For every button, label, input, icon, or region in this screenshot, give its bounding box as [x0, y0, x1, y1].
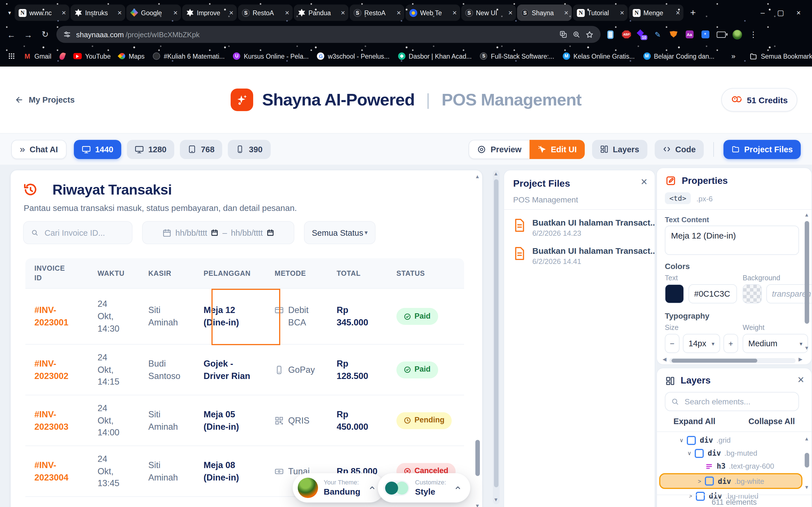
url-bar[interactable]: shaynaaa.com/project/wIBcXMbZKpk [56, 26, 600, 43]
date-to-value[interactable]: hh/bb/tttt [231, 228, 263, 237]
layers-button[interactable]: Layers [592, 139, 647, 159]
hscrollbar-thumb[interactable] [672, 359, 757, 362]
font-weight-select[interactable]: Medium▾ [743, 334, 808, 353]
bookmark-kursus[interactable]: UKursus Online - Pela... [233, 52, 309, 60]
layers-search-field[interactable] [665, 392, 799, 411]
font-extension-icon[interactable]: Aa [685, 31, 693, 38]
tab-close-icon[interactable]: × [507, 8, 514, 17]
close-icon[interactable]: × [641, 175, 647, 188]
maximize-button[interactable]: ▢ [777, 8, 784, 17]
chevron-up-icon[interactable] [368, 484, 376, 492]
forward-icon[interactable]: → [22, 30, 34, 39]
canvas-scroll-up-icon[interactable]: ▲ [475, 174, 480, 179]
bookmark-fullstack[interactable]: SFull-Stack Software:... [480, 52, 554, 60]
date-picker-icon[interactable] [267, 229, 274, 236]
font-size-increase-button[interactable]: + [723, 334, 738, 353]
layer-node[interactable]: ∨div.grid [657, 434, 804, 447]
tab-close-icon[interactable]: × [340, 8, 346, 17]
tab-close-icon[interactable]: × [563, 8, 570, 17]
font-size-select[interactable]: 14px▾ [683, 334, 720, 353]
browser-tab[interactable]: Instruks× [70, 4, 125, 21]
preview-button[interactable]: Preview [469, 139, 529, 159]
chevron-up-icon[interactable] [454, 484, 462, 492]
text-color-swatch[interactable] [665, 284, 684, 303]
viewport-390-button[interactable]: 390 [228, 139, 270, 159]
browser-tab[interactable]: SNew UI× [461, 4, 516, 21]
browser-tab[interactable]: Pandua× [294, 4, 348, 21]
browser-tab[interactable]: Web Te× [405, 4, 460, 21]
new-tab-button[interactable]: + [685, 7, 701, 18]
project-files-button[interactable]: Project Files [723, 139, 801, 159]
tab-close-icon[interactable]: × [172, 8, 179, 17]
edit-ui-button[interactable]: Edit UI [529, 139, 585, 159]
bookmark-kuliah[interactable]: #Kuliah 6 Matemati... [153, 52, 225, 60]
page-scroll-up-icon[interactable]: ▲ [494, 171, 499, 176]
customize-pill[interactable]: Customize:Style [378, 473, 470, 503]
minimize-button[interactable]: – [761, 8, 765, 17]
browser-tab[interactable]: Improve× [182, 4, 237, 21]
invoice-search-field[interactable] [23, 221, 132, 244]
layers-search-input[interactable] [684, 396, 781, 407]
page-scroll-down-icon[interactable]: ▼ [494, 497, 499, 503]
tab-search-icon[interactable]: ▾ [4, 10, 15, 16]
vscroll-up-icon[interactable]: ▲ [804, 212, 809, 218]
tab-close-icon[interactable]: × [451, 8, 458, 17]
viewport-1280-button[interactable]: 1280 [127, 139, 175, 159]
canvas-scrollbar-thumb[interactable] [475, 440, 480, 476]
bookmark-w3school[interactable]: Gw3school - Penelus... [317, 52, 390, 60]
bookmark-maps[interactable]: Maps [119, 53, 144, 59]
layer-node[interactable]: h3.text-gray-600 [657, 460, 804, 472]
chevron-down-icon[interactable]: ∨ [677, 437, 686, 443]
status-filter-select[interactable]: Semua Status▾ [304, 221, 375, 244]
wallet-extension-icon[interactable]: 10 [638, 30, 646, 39]
invoice-search-input[interactable] [44, 228, 125, 238]
tab-close-icon[interactable]: × [619, 8, 625, 17]
date-picker-icon[interactable] [211, 229, 219, 236]
all-bookmarks[interactable]: Semua Bookmark [749, 52, 812, 60]
tab-close-icon[interactable]: × [396, 8, 402, 17]
close-icon[interactable]: × [798, 373, 804, 386]
tree-scroll-down-icon[interactable]: ▼ [804, 485, 809, 490]
chat-ai-button[interactable]: »Chat AI [11, 139, 66, 159]
tab-close-icon[interactable]: × [61, 8, 67, 17]
adblock-extension-icon[interactable]: ABP [622, 31, 631, 38]
page-scrollbar-thumb[interactable] [494, 179, 499, 487]
hscroll-right-icon[interactable]: ▶ [799, 356, 802, 362]
browser-tab[interactable]: SRestoA× [350, 4, 404, 21]
background-color-swatch[interactable] [743, 284, 762, 303]
zoom-icon[interactable] [572, 31, 580, 38]
bookmark-khan[interactable]: Dasbor | Khan Acad... [398, 52, 472, 60]
viewport-1440-button[interactable]: 1440 [73, 139, 121, 159]
text-content-input[interactable]: Meja 12 (Dine-in) [665, 226, 799, 255]
tab-close-icon[interactable]: × [675, 8, 681, 17]
tree-scroll-up-icon[interactable]: ▲ [804, 436, 809, 442]
pen-extension-icon[interactable]: ✎ [653, 30, 662, 39]
code-button[interactable]: Code [654, 139, 704, 159]
close-window-button[interactable]: × [797, 8, 801, 17]
section-subtitle[interactable]: Pantau semua transaksi masuk, status pem… [24, 203, 297, 213]
layer-node-selected[interactable]: >div.bg-white [659, 473, 802, 489]
bookmark-feather[interactable] [60, 52, 65, 60]
tab-close-icon[interactable]: × [284, 8, 290, 17]
date-range-field[interactable]: hh/bb/tttt – hh/bb/tttt [142, 221, 294, 244]
reload-icon[interactable]: ↻ [40, 29, 51, 40]
chevron-right-icon[interactable]: > [695, 478, 704, 484]
bookmark-youtube[interactable]: YouTube [73, 53, 111, 59]
vscrollbar-thumb[interactable] [805, 221, 809, 324]
layer-node[interactable]: ∨div.bg-muted [657, 447, 804, 460]
style-toggle[interactable] [384, 480, 409, 496]
viewport-768-button[interactable]: 768 [180, 139, 222, 159]
chevron-down-icon[interactable]: ∨ [685, 450, 694, 456]
date-from-value[interactable]: hh/bb/tttt [175, 228, 207, 237]
expand-all-button[interactable]: Expand All [674, 417, 715, 426]
canvas-scroll-down-icon[interactable]: ▼ [475, 503, 480, 507]
collapse-all-button[interactable]: Collapse All [748, 417, 795, 426]
phone-extension-icon[interactable] [607, 30, 614, 39]
tab-close-icon[interactable]: × [228, 8, 235, 17]
browser-tab[interactable]: NTutorial× [573, 4, 628, 21]
browser-tab-active[interactable]: SShayna× [517, 4, 572, 21]
bookmark-belajar[interactable]: MBelajar Coding dan... [643, 52, 714, 60]
apps-grid-icon[interactable] [8, 52, 15, 60]
file-item[interactable]: Buatkan UI halaman Transact...6/2/2026 1… [513, 218, 655, 238]
bookmark-star-icon[interactable] [585, 30, 594, 39]
